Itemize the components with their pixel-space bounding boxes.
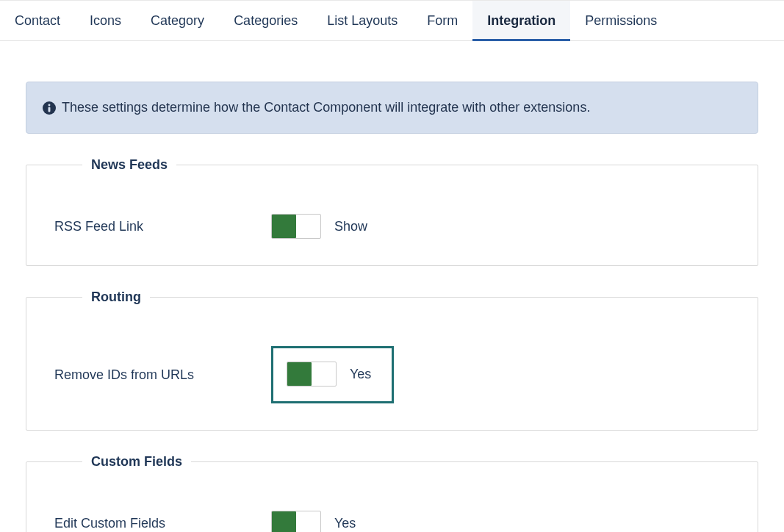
control-remove-ids: Yes	[271, 346, 394, 403]
label-rss-feed-link: RSS Feed Link	[54, 219, 271, 234]
tab-contact[interactable]: Contact	[0, 1, 75, 40]
fieldset-routing: Routing Remove IDs from URLs Yes	[26, 290, 758, 431]
value-rss-feed-link: Show	[334, 219, 367, 234]
toggle-handle	[272, 511, 296, 532]
control-edit-custom-fields: Yes	[271, 511, 356, 532]
content-area: These settings determine how the Contact…	[0, 41, 784, 532]
field-rss-feed-link: RSS Feed Link Show	[54, 214, 730, 239]
tab-list-layouts[interactable]: List Layouts	[312, 1, 412, 40]
value-edit-custom-fields: Yes	[334, 516, 356, 531]
svg-point-1	[48, 104, 51, 106]
tab-integration[interactable]: Integration	[472, 1, 570, 40]
info-icon	[43, 101, 56, 115]
value-remove-ids: Yes	[350, 367, 371, 382]
toggle-handle	[287, 362, 312, 386]
fieldset-custom-fields: Custom Fields Edit Custom Fields Yes	[26, 454, 758, 532]
info-banner: These settings determine how the Contact…	[26, 82, 758, 134]
legend-routing: Routing	[82, 290, 150, 305]
svg-rect-2	[48, 107, 51, 112]
tab-category[interactable]: Category	[136, 1, 219, 40]
label-edit-custom-fields: Edit Custom Fields	[54, 516, 271, 531]
tab-permissions[interactable]: Permissions	[570, 1, 672, 40]
fieldset-news-feeds: News Feeds RSS Feed Link Show	[26, 157, 758, 266]
field-remove-ids: Remove IDs from URLs Yes	[54, 346, 730, 403]
legend-custom-fields: Custom Fields	[82, 454, 191, 470]
label-remove-ids: Remove IDs from URLs	[54, 367, 271, 383]
control-rss-feed-link: Show	[271, 214, 367, 239]
legend-news-feeds: News Feeds	[82, 157, 176, 173]
info-message-text: These settings determine how the Contact…	[62, 100, 590, 115]
toggle-rss-feed-link[interactable]	[271, 214, 321, 239]
tabs-bar: Contact Icons Category Categories List L…	[0, 0, 784, 41]
highlight-box: Yes	[271, 346, 394, 403]
toggle-edit-custom-fields[interactable]	[271, 511, 321, 532]
toggle-handle	[272, 215, 296, 238]
tab-icons[interactable]: Icons	[75, 1, 136, 40]
tab-categories[interactable]: Categories	[219, 1, 312, 40]
field-edit-custom-fields: Edit Custom Fields Yes	[54, 511, 730, 532]
tab-form[interactable]: Form	[412, 1, 472, 40]
toggle-remove-ids[interactable]	[287, 362, 337, 387]
